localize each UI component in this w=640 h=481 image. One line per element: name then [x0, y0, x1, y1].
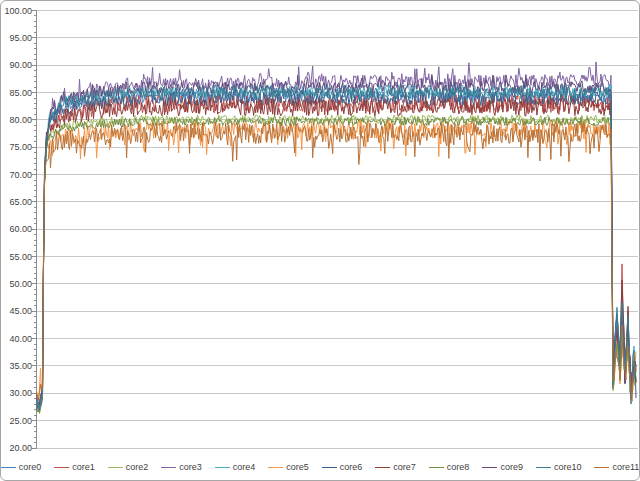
y-tick-label: 100.00 — [1, 6, 32, 16]
legend-item-core6[interactable]: core6 — [322, 462, 363, 472]
legend-item-core8[interactable]: core8 — [429, 462, 470, 472]
series-line-core3 — [37, 62, 637, 404]
y-tick-label: 65.00 — [1, 197, 32, 207]
legend-line-marker-icon — [54, 467, 69, 468]
legend-line-marker-icon — [161, 467, 176, 468]
series-line-core2 — [37, 115, 637, 414]
legend-line-marker-icon — [536, 467, 551, 468]
legend-item-core5[interactable]: core5 — [268, 462, 309, 472]
y-tick-label: 85.00 — [1, 88, 32, 98]
y-tick-label: 45.00 — [1, 306, 32, 316]
y-tick-label: 40.00 — [1, 334, 32, 344]
legend-item-core3[interactable]: core3 — [161, 462, 202, 472]
legend-label: core4 — [233, 462, 256, 472]
y-tick-label: 20.00 — [1, 443, 32, 453]
legend-label: core11 — [612, 462, 639, 472]
series-line-core11 — [37, 123, 637, 402]
legend-line-marker-icon — [1, 467, 16, 468]
legend-label: core1 — [72, 462, 95, 472]
legend-item-core4[interactable]: core4 — [215, 462, 256, 472]
legend-label: core2 — [126, 462, 149, 472]
legend-item-core2[interactable]: core2 — [108, 462, 149, 472]
legend-label: core5 — [286, 462, 309, 472]
chart: 100.0095.0090.0085.0080.0075.0070.0065.0… — [0, 0, 640, 481]
legend-item-core7[interactable]: core7 — [375, 462, 416, 472]
legend-line-marker-icon — [108, 467, 123, 468]
legend-item-core11[interactable]: core11 — [594, 462, 639, 472]
y-tick-label: 75.00 — [1, 142, 32, 152]
legend-label: core8 — [447, 462, 470, 472]
y-tick-label: 70.00 — [1, 170, 32, 180]
legend-label: core10 — [554, 462, 582, 472]
y-tick-label: 25.00 — [1, 416, 32, 426]
y-tick-label: 60.00 — [1, 224, 32, 234]
legend-line-marker-icon — [322, 467, 337, 468]
legend-line-marker-icon — [375, 467, 390, 468]
y-axis — [32, 11, 37, 449]
legend-line-marker-icon — [482, 467, 497, 468]
legend-label: core0 — [19, 462, 42, 472]
y-tick-label: 35.00 — [1, 361, 32, 371]
legend-label: core3 — [179, 462, 202, 472]
legend-line-marker-icon — [215, 467, 230, 468]
legend-label: core7 — [393, 462, 416, 472]
y-tick-label: 50.00 — [1, 279, 32, 289]
legend: core0core1core2core3core4core5core6core7… — [1, 460, 639, 474]
legend-line-marker-icon — [594, 467, 609, 468]
y-tick-label: 80.00 — [1, 115, 32, 125]
series-line-core8 — [37, 117, 637, 412]
legend-item-core1[interactable]: core1 — [54, 462, 95, 472]
gridlines — [37, 11, 639, 449]
y-tick-label: 55.00 — [1, 252, 32, 262]
series-lines — [37, 62, 637, 414]
legend-item-core0[interactable]: core0 — [1, 462, 42, 472]
y-tick-label: 30.00 — [1, 388, 32, 398]
series-line-core5 — [37, 120, 637, 398]
legend-line-marker-icon — [268, 467, 283, 468]
legend-item-core10[interactable]: core10 — [536, 462, 582, 472]
y-tick-label: 95.00 — [1, 33, 32, 43]
legend-line-marker-icon — [429, 467, 444, 468]
legend-item-core9[interactable]: core9 — [482, 462, 523, 472]
legend-label: core9 — [500, 462, 523, 472]
plot-area — [1, 1, 640, 481]
legend-label: core6 — [340, 462, 363, 472]
y-tick-label: 90.00 — [1, 60, 32, 70]
